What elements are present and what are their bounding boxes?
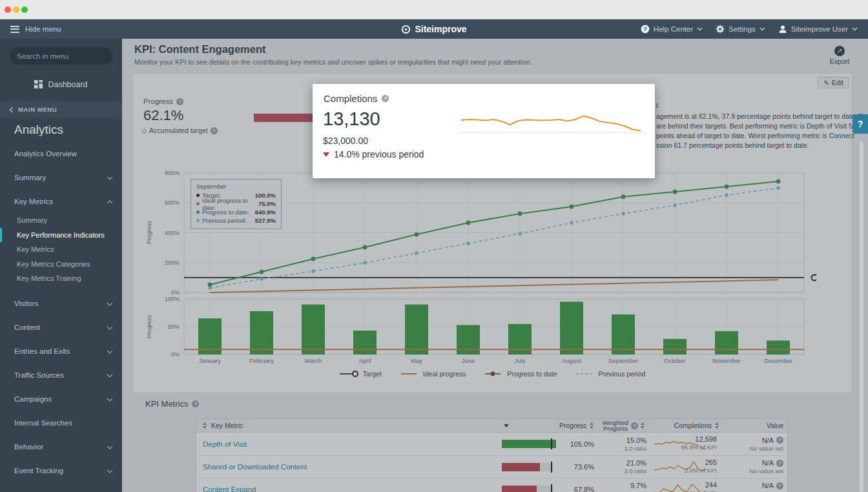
weighted-value: 15.0% [597,436,646,444]
completions-numbers: 2652.0% of KPI [685,458,717,474]
sidebar-item-summary[interactable]: Summary [0,165,122,189]
legend-marker-previous [575,370,594,378]
cell-value: N/A?No value set [722,459,789,475]
kpi-metric-link[interactable]: Shared or Downloaded Content [203,463,307,471]
sidebar-item-traffic-sources[interactable]: Traffic Sources [0,363,122,387]
column-key-metric[interactable]: Key Metric [196,422,500,429]
window-zoom-button[interactable] [21,6,28,13]
sidebar-subitem-key-performance-indicators[interactable]: Key Performance Indicators [0,228,122,243]
cell-key-metric: Shared or Downloaded Content [196,463,500,471]
sidebar-item-event-tracking[interactable]: Event Tracking [0,458,122,482]
svg-text:?: ? [643,26,647,32]
sidebar-item-label: Internal Searches [14,419,72,427]
sidebar-item-label: Summary [14,174,46,181]
edit-button[interactable]: ✎ Edit [818,77,849,88]
page-subtitle: Monitor your KPI to see details on the c… [134,58,532,66]
cell-completions: 2441.9% of KPI [652,478,722,492]
chevron-down-icon [760,27,765,31]
value-text: N/A [762,482,774,489]
target-marker [551,438,552,449]
sidebar-subitem-key-metrics-categories[interactable]: Key Metrics Categories [0,257,122,272]
value-main: N/A? [722,459,783,467]
help-tooltip-icon[interactable]: ? [631,422,638,429]
sidebar-submenu: SummaryKey Performance IndicatorsKey Met… [0,213,122,291]
help-tooltip-icon[interactable]: ? [776,482,783,489]
help-icon: ? [641,25,650,34]
help-center-menu[interactable]: ? Help Center [641,25,703,34]
help-tooltip-icon[interactable]: ? [211,127,218,134]
column-progress[interactable]: Progress [558,422,597,429]
tooltip-row: Previous period:527.9% [196,216,276,225]
sidebar-subitem-key-metrics-training[interactable]: Key Metrics Training [0,271,122,286]
series-swatch [196,210,200,214]
cell-progress-pct: 67.8% [558,486,597,492]
floating-help-button[interactable]: ? [852,114,868,134]
help-tooltip-icon[interactable]: ? [776,460,783,467]
settings-menu[interactable]: Settings [716,25,765,34]
svg-text:November: November [712,357,741,364]
column-value[interactable]: Value [722,422,789,429]
sidebar-item-entries-and-exits[interactable]: Entries and Exits [0,339,122,363]
vertical-scrollbar[interactable] [860,141,863,492]
sidebar-subitem-summary[interactable]: Summary [0,213,122,228]
window-minimize-button[interactable] [13,6,19,13]
column-completions[interactable]: Completions [652,419,722,432]
completions-value: 265 [685,458,717,466]
kpi-table-row: Shared or Downloaded Content73.6%21.0%2.… [196,455,787,478]
completions-numbers: 2441.9% of KPI [685,481,717,492]
help-tooltip-icon[interactable]: ? [776,436,783,444]
chevron-down-icon [107,446,113,449]
sidebar-item-internal-searches[interactable]: Internal Searches [0,411,122,435]
sidebar-section-title: Analytics [14,123,63,137]
kpi-metric-link[interactable]: Depth of Visit [203,440,247,448]
svg-text:April: April [358,357,371,364]
chevron-down-icon [852,27,858,31]
svg-text:May: May [411,357,422,364]
hamburger-icon [10,26,19,33]
arrow-down-icon [323,152,329,157]
column-weighted-progress[interactable]: WeightedProgress ? [597,420,652,432]
progress-label: Progress? [143,97,183,105]
sidebar-item-label: Traffic Sources [14,371,64,379]
help-tooltip-icon[interactable]: ? [382,95,389,102]
hide-menu-button[interactable]: Hide menu [0,25,61,33]
svg-text:August: August [562,357,581,364]
sidebar-item-content[interactable]: Content [0,315,122,339]
value-sub: No value set [722,445,783,452]
search-input[interactable] [17,52,116,60]
sidebar-item-key-metrics[interactable]: Key Metrics [0,189,122,213]
kpi-summary-text: tagement is at 62.1%, 37.9 percentage po… [656,101,862,150]
svg-text:September: September [608,357,638,364]
export-icon: ↗ [834,46,845,56]
sidebar-item-analytics-overview[interactable]: Analytics Overview [0,141,122,165]
completions-value: 12,598 [681,435,717,443]
sort-icon [715,422,719,429]
back-to-main-menu[interactable]: MAIN MENU [0,101,122,118]
legend-item-ideal: Ideal progress [400,370,466,378]
kpi-metric-link[interactable]: Content Expand [203,486,256,492]
column-progress-bar[interactable] [500,424,558,427]
sidebar-subitem-key-metrics[interactable]: Key Metrics [0,242,122,257]
sidebar-item-visitors[interactable]: Visitors [0,291,122,315]
siteimprove-logo-icon [401,25,411,34]
export-label: Export [825,57,854,65]
weighted-value: 9.7% [597,482,646,489]
completions-amount: $23,000.00 [323,136,368,146]
tooltip-row: Progress to date:640.9% [196,208,276,216]
sidebar-item-dashboard[interactable]: Dashboard [0,72,122,96]
sidebar-item-label: Behavior [14,443,43,451]
sidebar-menu: Analytics OverviewSummaryKey MetricsSumm… [0,141,122,482]
sidebar: Dashboard MAIN MENU Analytics Analytics … [0,39,122,492]
macos-titlebar [0,0,868,19]
sidebar-item-behavior[interactable]: Behavior [0,435,122,458]
export-button[interactable]: ↗ Export [825,44,854,65]
help-tooltip-icon[interactable]: ? [176,98,183,105]
sidebar-search[interactable] [9,47,112,65]
completions-share: 1.9% of KPI [685,489,717,492]
window-close-button[interactable] [5,6,11,13]
user-menu[interactable]: Siteimprove User [778,25,858,34]
accumulated-target-toggle[interactable]: ◇ Accumulated target ? [141,127,218,134]
sidebar-item-campaigns[interactable]: Campaigns [0,387,122,411]
page-title: KPI: Content Engagement [134,43,266,56]
help-tooltip-icon[interactable]: ? [192,400,199,407]
